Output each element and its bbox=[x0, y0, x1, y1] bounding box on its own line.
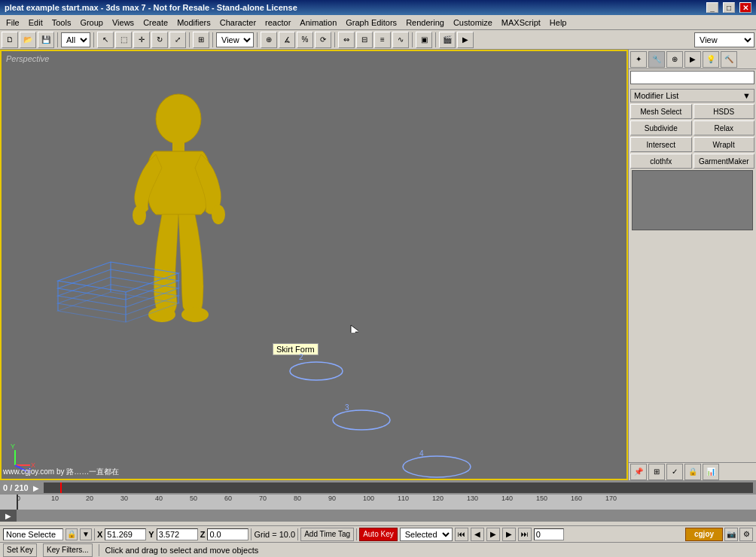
menu-group[interactable]: Group bbox=[75, 17, 108, 29]
display-icon[interactable]: 💡 bbox=[703, 51, 719, 68]
sep1 bbox=[57, 32, 58, 47]
x-label: X bbox=[97, 530, 102, 539]
ref-coord-btn[interactable]: ⊞ bbox=[193, 32, 209, 48]
modifier-grid: Mesh Select HSDS Subdivide Relax Interse… bbox=[630, 104, 754, 169]
svg-text:Z: Z bbox=[27, 467, 32, 473]
pin-stack-btn[interactable]: 📌 bbox=[630, 464, 647, 480]
filter-dropdown[interactable]: All bbox=[61, 32, 90, 47]
menu-reactor[interactable]: reactor bbox=[261, 17, 295, 29]
angle-snap-btn[interactable]: ∡ bbox=[279, 32, 295, 48]
go-end-btn[interactable]: ⏭ bbox=[518, 528, 532, 541]
menu-views[interactable]: Views bbox=[108, 17, 139, 29]
maximize-btn[interactable]: □ bbox=[723, 2, 735, 13]
render-btn[interactable]: 🎬 bbox=[439, 32, 456, 48]
relax-btn[interactable]: Relax bbox=[694, 120, 755, 135]
layer-btn[interactable]: ≡ bbox=[374, 32, 391, 48]
svg-point-3 bbox=[212, 205, 225, 224]
menu-maxscript[interactable]: MAXScript bbox=[497, 17, 545, 29]
clothfx-btn[interactable]: clothfx bbox=[630, 154, 692, 169]
intersect-btn[interactable]: Intersect bbox=[630, 137, 692, 152]
menu-graph-editors[interactable]: Graph Editors bbox=[341, 17, 401, 29]
align-btn[interactable]: ⊟ bbox=[356, 32, 373, 48]
set-key-btn[interactable]: Set Key bbox=[3, 543, 37, 557]
quick-render-btn[interactable]: ▶ bbox=[457, 32, 474, 48]
show-result-btn[interactable]: ✓ bbox=[666, 464, 683, 480]
menu-tools[interactable]: Tools bbox=[47, 17, 76, 29]
remove-modifier-btn[interactable]: 📊 bbox=[703, 464, 719, 480]
menu-help[interactable]: Help bbox=[545, 17, 572, 29]
main-area: Perspective bbox=[0, 50, 756, 480]
x-input[interactable] bbox=[105, 528, 146, 540]
timeline-ruler[interactable]: 0 10 20 30 40 50 60 70 80 90 100 110 120… bbox=[0, 495, 756, 510]
new-btn[interactable]: 🗋 bbox=[2, 32, 18, 48]
sep-coord bbox=[94, 528, 95, 540]
menu-file[interactable]: File bbox=[2, 17, 24, 29]
make-unique-btn[interactable]: ⊞ bbox=[648, 464, 665, 480]
play-btn[interactable]: ▶ bbox=[486, 528, 500, 541]
menu-edit[interactable]: Edit bbox=[24, 17, 47, 29]
svg-line-26 bbox=[15, 465, 26, 471]
utilities-icon[interactable]: 🔨 bbox=[721, 51, 737, 68]
prev-frame-btn[interactable]: ◀ bbox=[471, 528, 484, 541]
motion-icon[interactable]: ▶ bbox=[684, 51, 701, 68]
subdivide-btn[interactable]: Subdivide bbox=[630, 120, 692, 135]
menu-modifiers[interactable]: Modifiers bbox=[172, 17, 215, 29]
wrapit-btn[interactable]: WrapIt bbox=[694, 137, 755, 152]
view-dropdown[interactable]: View bbox=[216, 32, 254, 47]
sep6 bbox=[334, 32, 335, 47]
go-start-btn[interactable]: ⏮ bbox=[455, 528, 468, 541]
show-on-result-btn[interactable]: 🔒 bbox=[684, 464, 701, 480]
create-icon[interactable]: ✦ bbox=[630, 51, 647, 68]
menu-character[interactable]: Character bbox=[215, 17, 261, 29]
modifier-search-input[interactable] bbox=[630, 71, 754, 84]
menu-rendering[interactable]: Rendering bbox=[401, 17, 449, 29]
frame-input[interactable] bbox=[534, 528, 564, 540]
menu-customize[interactable]: Customize bbox=[449, 17, 497, 29]
key-track[interactable] bbox=[44, 482, 753, 493]
auto-key-btn[interactable]: Auto Key bbox=[359, 528, 398, 541]
percent-snap-btn[interactable]: % bbox=[297, 32, 313, 48]
garmentmaker-btn[interactable]: GarmentMaker bbox=[694, 154, 755, 169]
next-frame-btn[interactable]: ▶ bbox=[502, 528, 516, 541]
timeline-header: 0 / 210 ▶ bbox=[0, 481, 756, 495]
snaps-btn[interactable]: ⊕ bbox=[261, 32, 277, 48]
selected-dropdown[interactable]: Selected bbox=[400, 528, 453, 541]
close-btn[interactable]: ✕ bbox=[739, 2, 751, 13]
timeline-expand[interactable]: ▶ bbox=[33, 484, 39, 492]
modifier-dropdown-arrow[interactable]: ▼ bbox=[742, 91, 751, 100]
settings-btn[interactable]: ⚙ bbox=[739, 528, 753, 541]
minimize-btn[interactable]: _ bbox=[706, 2, 718, 13]
track-expand[interactable]: ▶ bbox=[0, 510, 17, 522]
move-btn[interactable]: ✛ bbox=[133, 32, 150, 48]
lock-selection-btn[interactable]: 🔒 bbox=[66, 528, 78, 540]
title-bar: pleat example start.max - 3ds max 7 - No… bbox=[0, 0, 756, 15]
key-filters-btn[interactable]: Key Filters... bbox=[43, 543, 93, 557]
add-time-tag-btn[interactable]: Add Time Tag bbox=[300, 528, 354, 541]
rotate-btn[interactable]: ↻ bbox=[151, 32, 168, 48]
save-btn[interactable]: 💾 bbox=[38, 32, 54, 48]
logo-area: cgjoy 📷 ⚙ bbox=[685, 528, 753, 541]
spinner-snap-btn[interactable]: ⟳ bbox=[315, 32, 331, 48]
svg-point-2 bbox=[133, 205, 146, 225]
cam-btn[interactable]: 📷 bbox=[724, 528, 738, 541]
curve-btn[interactable]: ∿ bbox=[392, 32, 409, 48]
z-input[interactable] bbox=[207, 528, 248, 540]
scale-btn[interactable]: ⤢ bbox=[169, 32, 186, 48]
select-region-btn[interactable]: ⬚ bbox=[115, 32, 132, 48]
axis-indicator: X Y Z bbox=[8, 443, 38, 473]
y-input[interactable] bbox=[157, 528, 198, 540]
hsds-btn[interactable]: HSDS bbox=[694, 104, 755, 119]
menu-create[interactable]: Create bbox=[139, 17, 172, 29]
selection-filter-btn[interactable]: ▼ bbox=[80, 528, 92, 540]
select-btn[interactable]: ↖ bbox=[97, 32, 114, 48]
mirror-btn[interactable]: ⇔ bbox=[338, 32, 355, 48]
viewport[interactable]: Perspective bbox=[0, 50, 628, 480]
named-sel-btn[interactable]: ▣ bbox=[416, 32, 432, 48]
mesh-select-btn[interactable]: Mesh Select bbox=[630, 104, 692, 119]
sep-tag bbox=[297, 528, 298, 540]
modify-icon[interactable]: 🔧 bbox=[648, 51, 665, 68]
menu-animation[interactable]: Animation bbox=[295, 17, 341, 29]
open-btn[interactable]: 📂 bbox=[20, 32, 36, 48]
render-view-dropdown[interactable]: View bbox=[694, 32, 754, 47]
hierarchy-icon[interactable]: ⊕ bbox=[666, 51, 683, 68]
